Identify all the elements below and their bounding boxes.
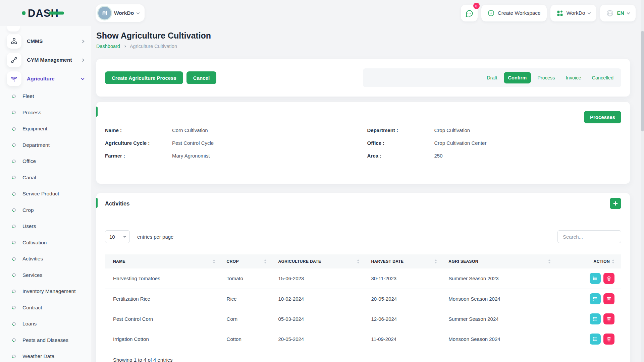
bullet-icon xyxy=(11,289,16,294)
sidebar-item-label: Services xyxy=(22,272,42,278)
sidebar-item-canal[interactable]: Canal xyxy=(0,170,91,186)
sidebar-item-services[interactable]: Services xyxy=(0,267,91,284)
sidebar-submenu: Fleet Process Equipment Department Offic… xyxy=(0,88,91,362)
messages-button[interactable]: 0 xyxy=(461,5,478,21)
workspace-avatar xyxy=(98,7,111,19)
status-tab-cancelled[interactable]: Cancelled xyxy=(588,72,618,83)
sidebar-item-office[interactable]: Office xyxy=(0,153,91,170)
sidebar-item-weather-data[interactable]: Weather Data xyxy=(0,348,91,362)
table-row: Fertilization Rice Rice 10-02-2024 20-05… xyxy=(105,289,621,309)
bullet-icon xyxy=(11,126,16,131)
sidebar-item-activities[interactable]: Activities xyxy=(0,251,91,267)
view-details-button[interactable] xyxy=(590,334,601,345)
create-workspace-button[interactable]: Create Workspace xyxy=(481,5,547,21)
circle-plus-icon xyxy=(487,9,495,17)
cell-crop: Cotton xyxy=(219,329,270,349)
sidebar-item-label: Service Product xyxy=(22,191,59,197)
view-details-button[interactable] xyxy=(590,273,601,284)
nodes-icon xyxy=(7,34,21,49)
bullet-icon xyxy=(11,354,16,359)
sort-icon xyxy=(213,259,215,263)
status-tab-invoice[interactable]: Invoice xyxy=(561,72,586,83)
status-tab-confirm[interactable]: Confirm xyxy=(504,72,531,83)
sidebar-item-loans[interactable]: Loans xyxy=(0,316,91,332)
column-label: AGRICULTURE DATE xyxy=(278,259,321,264)
sidebar-item-contract[interactable]: Contract xyxy=(0,300,91,316)
status-tab-draft[interactable]: Draft xyxy=(482,72,501,83)
detail-label: Department : xyxy=(367,127,434,134)
delete-button[interactable] xyxy=(603,293,614,304)
sidebar-item-label: Crop xyxy=(22,207,34,213)
chevron-down-icon xyxy=(137,11,140,14)
sidebar-group-cmms[interactable]: CMMS xyxy=(0,32,91,51)
cell-agri-season: Monsoon Season 2024 xyxy=(440,289,554,309)
column-header-harvest-date[interactable]: HARVEST DATE xyxy=(363,254,440,268)
column-label: NAME xyxy=(113,259,125,264)
sidebar-item-label: Inventory Management xyxy=(22,288,76,294)
entries-per-page-select[interactable]: 10 xyxy=(105,230,130,243)
detail-col-left: Name : Corn Cultivation Agriculture Cycl… xyxy=(105,127,359,165)
column-header-agri-season[interactable]: AGRI SEASON xyxy=(440,254,554,268)
chevron-right-icon xyxy=(124,45,126,47)
language-selector[interactable]: EN xyxy=(600,5,636,21)
sidebar-item-hidden-icon xyxy=(7,26,20,32)
table-entries-summary: Showing 1 to 4 of 4 entries xyxy=(96,349,630,362)
workspace-selector[interactable]: WorkDo xyxy=(96,4,145,22)
status-tab-process[interactable]: Process xyxy=(533,72,559,83)
sidebar-item-label: Office xyxy=(22,158,36,164)
sidebar-item-service-product[interactable]: Service Product xyxy=(0,186,91,202)
sidebar-item-pests-and-diseases[interactable]: Pests and Diseases xyxy=(0,332,91,349)
workdo-menu-button[interactable]: WorkDo xyxy=(550,5,597,21)
sidebar-item-crop[interactable]: Crop xyxy=(0,202,91,219)
bullet-icon xyxy=(11,224,16,229)
search-input[interactable] xyxy=(557,230,621,243)
view-details-button[interactable] xyxy=(590,293,601,304)
bullet-icon xyxy=(11,175,16,180)
column-header-crop[interactable]: CROP xyxy=(219,254,270,268)
cell-agri-season: Summer Season 2023 xyxy=(440,268,554,289)
column-label: CROP xyxy=(227,259,239,264)
view-details-button[interactable] xyxy=(590,313,601,324)
table-row: Pest Control Corn Corn 05-03-2024 12-06-… xyxy=(105,309,621,329)
trash-icon xyxy=(606,276,612,281)
detail-value: Crop Cultivation Center xyxy=(434,139,487,147)
sidebar-item-equipment[interactable]: Equipment xyxy=(0,121,91,137)
cell-name: Irrigation Cotton xyxy=(105,329,219,349)
bullet-icon xyxy=(11,240,16,245)
breadcrumb-dashboard-link[interactable]: Dashboard xyxy=(96,44,120,49)
cell-action xyxy=(554,289,621,309)
column-header-name[interactable]: NAME xyxy=(105,254,219,268)
sidebar-item-label: Users xyxy=(22,223,36,229)
sidebar-item-cultivation[interactable]: Cultivation xyxy=(0,235,91,251)
create-workspace-label: Create Workspace xyxy=(498,10,541,16)
delete-button[interactable] xyxy=(603,273,614,284)
logo[interactable]: DASH xyxy=(22,8,96,18)
cell-harvest-date: 20-05-2024 xyxy=(363,289,440,309)
sidebar-item-label: Process xyxy=(22,110,41,116)
cancel-button[interactable]: Cancel xyxy=(186,71,216,84)
delete-button[interactable] xyxy=(603,313,614,324)
add-activity-button[interactable] xyxy=(610,198,621,209)
sidebar-group-gym-management[interactable]: GYM Management xyxy=(0,51,91,69)
column-label: AGRI SEASON xyxy=(448,259,478,264)
detail-col-right: Department : Crop Cultivation Office : C… xyxy=(367,127,622,165)
processes-button[interactable]: Processes xyxy=(584,111,621,123)
delete-button[interactable] xyxy=(603,334,614,345)
sidebar-item-fleet[interactable]: Fleet xyxy=(0,88,91,105)
table-row: Irrigation Cotton Cotton 20-05-2024 11-0… xyxy=(105,329,621,349)
sidebar-item-process[interactable]: Process xyxy=(0,105,91,121)
scrollbar-thumb[interactable] xyxy=(641,31,644,131)
sidebar-group-agriculture[interactable]: Agriculture xyxy=(0,69,91,88)
sidebar-item-label: Activities xyxy=(22,256,43,262)
logo-dash-icon xyxy=(49,12,64,15)
create-agriculture-process-button[interactable]: Create Agriculture Process xyxy=(105,71,183,84)
cell-agri-season: Summer Season 2024 xyxy=(440,309,554,329)
sidebar-item-inventory-management[interactable]: Inventory Management xyxy=(0,283,91,300)
bullet-icon xyxy=(11,305,16,310)
column-header-action[interactable]: ACTION xyxy=(554,254,621,268)
column-header-agriculture-date[interactable]: AGRICULTURE DATE xyxy=(270,254,363,268)
sidebar-item-users[interactable]: Users xyxy=(0,218,91,235)
sidebar-item-department[interactable]: Department xyxy=(0,137,91,154)
bullet-icon xyxy=(11,142,16,147)
bullet-icon xyxy=(11,256,16,261)
